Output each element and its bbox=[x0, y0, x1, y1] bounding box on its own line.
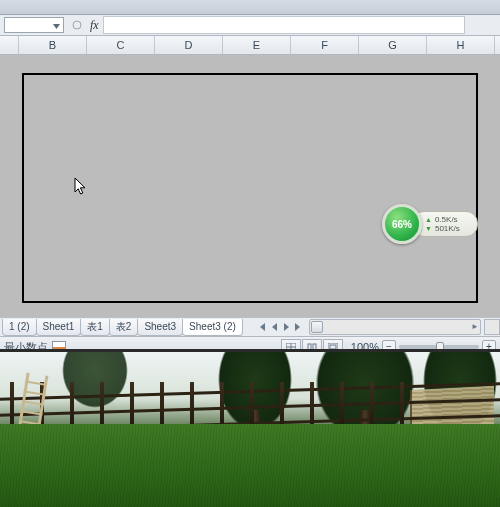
sheet-tab[interactable]: Sheet3 bbox=[137, 319, 183, 336]
sheet-tab[interactable]: Sheet1 bbox=[36, 319, 82, 336]
excel-window: fx B C D E F G H 66% ▲0.5K/s ▼501K/s 1 (… bbox=[0, 0, 500, 507]
network-speed-widget[interactable]: 66% ▲0.5K/s ▼501K/s bbox=[382, 209, 478, 239]
column-header-row: B C D E F G H bbox=[0, 36, 500, 55]
column-header[interactable]: F bbox=[291, 36, 359, 54]
sheet-tab-bar: 1 (2) Sheet1 表1 表2 Sheet3 Sheet3 (2) ◄ ► bbox=[0, 317, 500, 336]
column-header[interactable]: D bbox=[155, 36, 223, 54]
sheet-tab[interactable]: 表2 bbox=[109, 319, 139, 336]
upload-speed: 0.5K/s bbox=[435, 215, 458, 224]
tab-nav-prev-icon[interactable] bbox=[269, 322, 279, 332]
tab-nav-next-icon[interactable] bbox=[281, 322, 291, 332]
sheet-tab[interactable]: 表1 bbox=[80, 319, 110, 336]
speed-percent-value: 66% bbox=[392, 219, 412, 230]
column-header[interactable]: C bbox=[87, 36, 155, 54]
column-header[interactable]: H bbox=[427, 36, 495, 54]
formula-input[interactable] bbox=[103, 16, 465, 34]
speed-percent-badge: 66% bbox=[382, 204, 422, 244]
sheet-tab[interactable]: 1 (2) bbox=[2, 319, 37, 336]
formula-bar-row: fx bbox=[0, 15, 500, 36]
ribbon-strip bbox=[0, 0, 500, 15]
scrollbar-corner bbox=[484, 319, 500, 335]
desktop-wallpaper bbox=[0, 352, 500, 507]
embedded-object-frame[interactable] bbox=[22, 73, 478, 303]
download-icon: ▼ bbox=[425, 224, 432, 233]
svg-point-0 bbox=[73, 21, 81, 29]
upload-icon: ▲ bbox=[425, 215, 432, 224]
scroll-right-icon[interactable]: ► bbox=[469, 320, 481, 332]
tab-nav-first-icon[interactable] bbox=[257, 322, 267, 332]
worksheet-area[interactable]: 66% ▲0.5K/s ▼501K/s bbox=[0, 55, 500, 317]
column-header[interactable]: B bbox=[19, 36, 87, 54]
sheet-tab[interactable]: Sheet3 (2) bbox=[182, 319, 243, 336]
tab-nav-last-icon[interactable] bbox=[293, 322, 303, 332]
name-box[interactable] bbox=[4, 17, 64, 33]
sheet-tabs: 1 (2) Sheet1 表1 表2 Sheet3 Sheet3 (2) bbox=[0, 319, 254, 336]
scroll-thumb[interactable] bbox=[311, 321, 323, 333]
select-all-corner[interactable] bbox=[0, 36, 19, 54]
horizontal-scrollbar[interactable]: ◄ ► bbox=[309, 319, 481, 335]
chevron-down-icon[interactable] bbox=[53, 19, 60, 31]
cancel-formula-button[interactable] bbox=[68, 17, 86, 33]
download-speed: 501K/s bbox=[435, 224, 460, 233]
fx-label[interactable]: fx bbox=[90, 18, 99, 33]
column-header[interactable]: E bbox=[223, 36, 291, 54]
tab-nav-group bbox=[254, 322, 306, 332]
column-header[interactable]: G bbox=[359, 36, 427, 54]
